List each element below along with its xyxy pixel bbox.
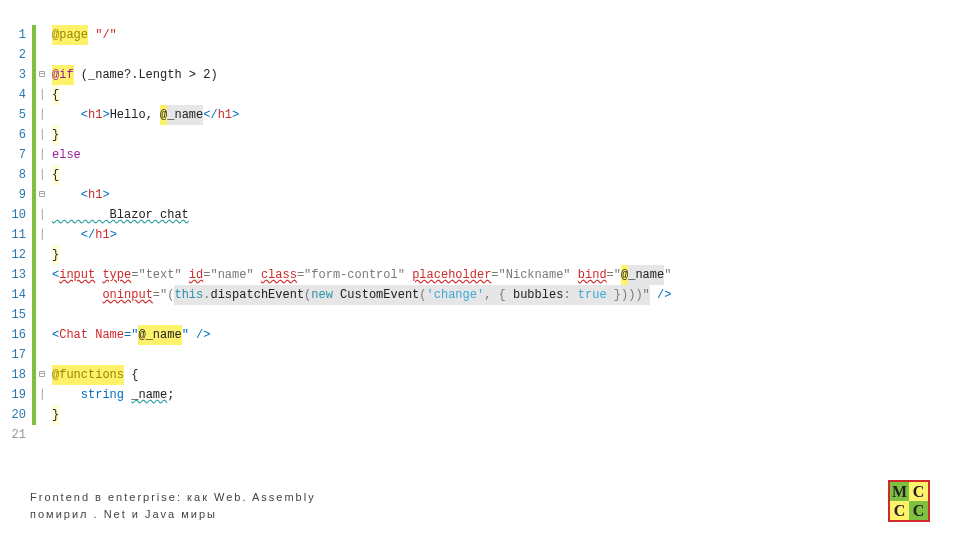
line-number: 21 [12, 425, 26, 445]
line-number: 6 [19, 125, 26, 145]
code-content[interactable]: @page "/" @if (_name?.Length > 2) { <h1>… [48, 25, 671, 445]
code-line [52, 45, 671, 65]
line-number: 7 [19, 145, 26, 165]
code-line: <h1>Hello, @_name</h1> [52, 105, 671, 125]
line-number: 3 [19, 65, 26, 85]
fold-toggle-icon[interactable]: ⊟ [36, 365, 48, 385]
code-line: @page "/" [52, 25, 671, 45]
line-number: 4 [19, 85, 26, 105]
slide-footer: Frontend в enterprise: как Web. Assembly… [30, 480, 930, 522]
code-line: @functions { [52, 365, 671, 385]
logo-br: C [909, 501, 928, 520]
code-line: @if (_name?.Length > 2) [52, 65, 671, 85]
line-number: 13 [12, 265, 26, 285]
footer-line2: помирил . Net и Java миры [30, 506, 316, 523]
code-editor: 1 2 3 4 5 6 7 8 9 10 11 12 13 14 15 16 1… [0, 0, 960, 445]
line-number: 18 [12, 365, 26, 385]
footer-caption: Frontend в enterprise: как Web. Assembly… [30, 489, 316, 522]
code-line: </h1> [52, 225, 671, 245]
line-number: 17 [12, 345, 26, 365]
line-number: 5 [19, 105, 26, 125]
line-number: 8 [19, 165, 26, 185]
code-line [52, 425, 671, 445]
code-line: oninput="(this.dispatchEvent(new CustomE… [52, 285, 671, 305]
code-line: <h1> [52, 185, 671, 205]
code-line: string _name; [52, 385, 671, 405]
line-number: 11 [12, 225, 26, 245]
line-number: 20 [12, 405, 26, 425]
line-number: 14 [12, 285, 26, 305]
code-line: <input type="text" id="name" class="form… [52, 265, 671, 285]
code-line: { [52, 165, 671, 185]
code-line: } [52, 245, 671, 265]
line-number: 16 [12, 325, 26, 345]
fold-column: ⊟ │││││ ⊟ ││ ⊟ │ [36, 25, 48, 445]
code-line [52, 305, 671, 325]
code-line: Blazor chat [52, 205, 671, 225]
code-line: else [52, 145, 671, 165]
logo-bl: C [890, 501, 909, 520]
footer-line1: Frontend в enterprise: как Web. Assembly [30, 489, 316, 506]
line-number: 9 [19, 185, 26, 205]
code-line: { [52, 85, 671, 105]
line-number: 15 [12, 305, 26, 325]
code-line: } [52, 405, 671, 425]
line-number: 2 [19, 45, 26, 65]
logo-tl: M [890, 482, 909, 501]
line-number: 1 [19, 25, 26, 45]
line-number: 19 [12, 385, 26, 405]
logo-tr: C [909, 482, 928, 501]
code-line: } [52, 125, 671, 145]
line-number: 12 [12, 245, 26, 265]
fold-toggle-icon[interactable]: ⊟ [36, 65, 48, 85]
fold-toggle-icon[interactable]: ⊟ [36, 185, 48, 205]
code-line: <Chat Name="@_name" /> [52, 325, 671, 345]
line-number: 10 [12, 205, 26, 225]
mcc-logo: M C C C [888, 480, 930, 522]
code-line [52, 345, 671, 365]
line-number-gutter: 1 2 3 4 5 6 7 8 9 10 11 12 13 14 15 16 1… [8, 25, 32, 445]
